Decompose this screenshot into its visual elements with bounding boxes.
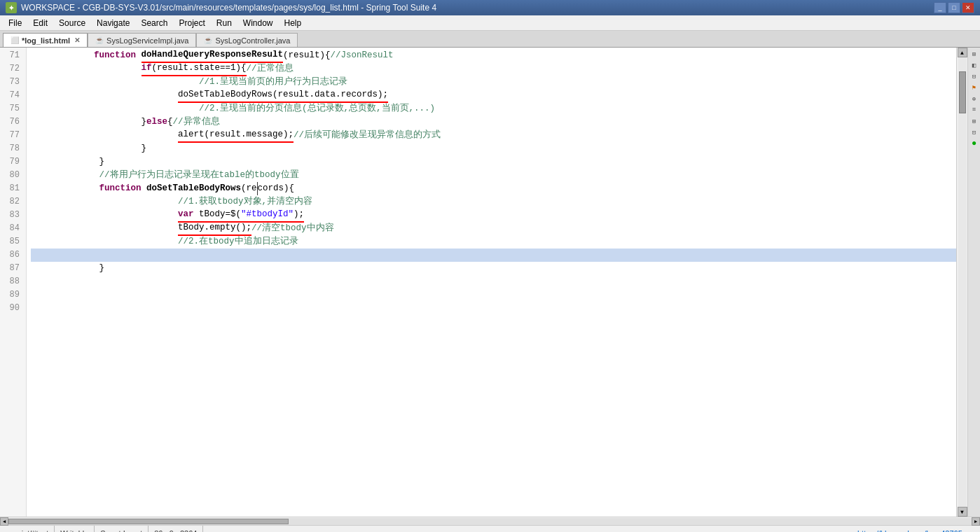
sidebar-icon-2[interactable]: ◧ — [969, 60, 979, 70]
status-position-text: 86 : 9 : 2364 — [154, 529, 197, 533]
minimize-button[interactable]: _ — [934, 2, 946, 13]
code-line-85: //2.在tbody中追加日志记录 — [31, 235, 956, 248]
hscroll-right-arrow[interactable]: ▶ — [972, 517, 980, 526]
tab-log-list[interactable]: ⬜ *log_list.html ✕ — [3, 33, 88, 47]
status-mode: Writable — [55, 526, 95, 532]
code-line-84: tBody.empty(); //清空tbody中内容 — [31, 222, 956, 235]
menu-search[interactable]: Search — [135, 17, 173, 29]
keyword-if: if — [142, 62, 152, 76]
line-num-86: 86 — [0, 248, 23, 262]
sidebar-icon-1[interactable]: ⊞ — [969, 49, 979, 59]
far-right-sidebar: ⊞ ◧ ⊟ ⚑ ⊕ ≡ ⊞ ⊡ ● — [967, 48, 980, 517]
line-num-81: 81 — [0, 182, 23, 195]
tab-label-log-list: *log_list.html — [22, 36, 70, 45]
sidebar-icon-4[interactable]: ⚑ — [969, 83, 979, 92]
code-line-78: } — [31, 142, 956, 155]
line-num-88: 88 — [0, 275, 23, 288]
line-num-74: 74 — [0, 89, 23, 102]
code-line-83: var tBody=$( "#tbodyId" ); — [31, 209, 956, 222]
code-line-73: //1.呈现当前页的用户行为日志记录 — [31, 76, 956, 89]
line-num-85: 85 — [0, 235, 23, 248]
line-num-79: 79 — [0, 155, 23, 169]
code-line-75: //2.呈现当前的分页信息(总记录数,总页数,当前页,...) — [31, 102, 956, 115]
status-path-text: script/#text — [11, 529, 48, 533]
menu-file[interactable]: File — [3, 17, 27, 29]
scroll-track[interactable] — [958, 57, 967, 507]
line-num-80: 80 — [0, 169, 23, 182]
code-line-89 — [31, 288, 956, 302]
status-bar: script/#text Writable Smart Insert 86 : … — [0, 525, 980, 532]
line-num-78: 78 — [0, 142, 23, 155]
line-num-71: 71 — [0, 49, 23, 62]
window-controls[interactable]: _ □ ✕ — [934, 2, 974, 13]
app-icon: ✦ — [6, 2, 17, 13]
fn-doHandleQueryResponseResult: doHandleQueryResponseResult — [142, 48, 284, 63]
tab-close-log-list[interactable]: ✕ — [74, 36, 80, 44]
line-number-gutter: 71 72 73 74 75 76 77 78 79 80 81 82 83 8… — [0, 48, 27, 517]
scroll-down-arrow[interactable]: ▼ — [958, 507, 967, 517]
sidebar-icon-7[interactable]: ⊞ — [969, 116, 979, 126]
hscroll-track[interactable] — [8, 518, 972, 525]
html-file-icon: ⬜ — [11, 36, 19, 44]
line-num-87: 87 — [0, 262, 23, 275]
menu-project[interactable]: Project — [173, 17, 210, 29]
line-num-72: 72 — [0, 62, 23, 76]
sidebar-icon-3[interactable]: ⊟ — [969, 71, 979, 81]
status-path: script/#text — [6, 526, 55, 532]
java-file-icon-2: ☕ — [204, 36, 212, 44]
code-line-82: //1.获取tbody对象,并清空内容 — [31, 195, 956, 209]
sidebar-icon-5[interactable]: ⊕ — [969, 94, 979, 104]
line-num-75: 75 — [0, 102, 23, 115]
maximize-button[interactable]: □ — [948, 2, 960, 13]
main-area: 71 72 73 74 75 76 77 78 79 80 81 82 83 8… — [0, 48, 980, 517]
code-line-81: function doSetTableBodyRows (records){ — [31, 182, 956, 195]
line-num-73: 73 — [0, 76, 23, 89]
sidebar-icon-8[interactable]: ⊡ — [969, 127, 979, 137]
code-line-87: } — [31, 262, 956, 275]
menu-window[interactable]: Window — [237, 17, 279, 29]
status-insert-text: Smart Insert — [100, 529, 142, 533]
tab-label-syslog-service: SysLogServiceImpl.java — [106, 36, 188, 45]
java-file-icon-1: ☕ — [95, 36, 104, 44]
menu-bar: File Edit Source Navigate Search Project… — [0, 15, 980, 31]
tab-syslog-controller[interactable]: ☕ SysLogController.java — [196, 33, 298, 47]
code-line-76: } else { //异常信息 — [31, 115, 956, 129]
close-button[interactable]: ✕ — [962, 2, 974, 13]
hscroll-thumb[interactable] — [8, 519, 289, 524]
menu-edit[interactable]: Edit — [27, 17, 53, 29]
line-num-84: 84 — [0, 222, 23, 235]
tab-label-syslog-controller: SysLogController.java — [215, 36, 290, 45]
title-bar: ✦ WORKSPACE - CGB-DB-SYS-V3.01/src/main/… — [0, 0, 980, 15]
status-position: 86 : 9 : 2364 — [149, 526, 203, 532]
code-line-88 — [31, 275, 956, 288]
line-num-76: 76 — [0, 115, 23, 129]
status-link-section[interactable]: https://blog.csdn.ne/log_43765... — [852, 526, 974, 532]
line-num-90: 90 — [0, 302, 23, 315]
code-line-77: alert(result.message); //后续可能修改呈现异常信息的方式 — [31, 129, 956, 142]
status-link[interactable]: https://blog.csdn.ne/log_43765... — [857, 529, 969, 533]
code-line-71: function doHandleQueryResponseResult (re… — [31, 49, 956, 62]
code-line-79: } — [31, 155, 956, 169]
scroll-thumb[interactable] — [959, 71, 966, 113]
code-line-72: if (result.state==1){ //正常信息 — [31, 62, 956, 76]
menu-help[interactable]: Help — [279, 17, 308, 29]
line-num-83: 83 — [0, 209, 23, 222]
sidebar-icon-green[interactable]: ● — [969, 139, 979, 148]
horizontal-scrollbar[interactable]: ◀ ▶ — [0, 517, 980, 525]
vertical-scrollbar[interactable]: ▲ ▼ — [956, 48, 967, 517]
window-title: WORKSPACE - CGB-DB-SYS-V3.01/src/main/re… — [21, 3, 934, 13]
status-insert: Smart Insert — [95, 526, 149, 532]
menu-source[interactable]: Source — [53, 17, 91, 29]
code-editor[interactable]: function doHandleQueryResponseResult (re… — [27, 48, 956, 517]
tab-syslog-service[interactable]: ☕ SysLogServiceImpl.java — [88, 33, 196, 47]
sidebar-icon-6[interactable]: ≡ — [969, 105, 979, 115]
scroll-up-arrow[interactable]: ▲ — [958, 48, 967, 57]
menu-run[interactable]: Run — [211, 17, 237, 29]
code-line-90 — [31, 302, 956, 315]
code-line-74: doSetTableBodyRows(result.data.records); — [31, 89, 956, 102]
menu-navigate[interactable]: Navigate — [91, 17, 135, 29]
code-line-80: //将用户行为日志记录呈现在table的tbody位置 — [31, 169, 956, 182]
code-line-86[interactable] — [31, 248, 956, 262]
tab-bar: ⬜ *log_list.html ✕ ☕ SysLogServiceImpl.j… — [0, 31, 980, 48]
hscroll-left-arrow[interactable]: ◀ — [0, 517, 8, 526]
